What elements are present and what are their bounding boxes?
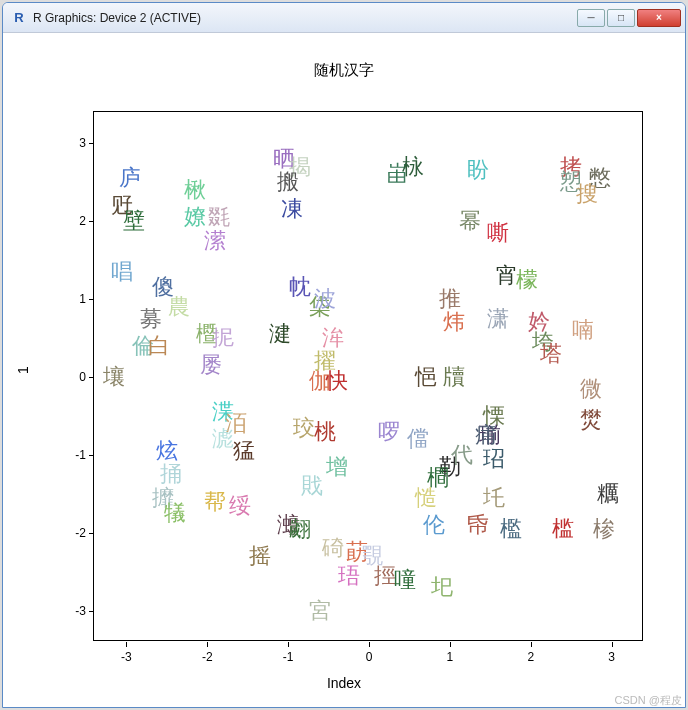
data-point: 凍 <box>281 194 303 224</box>
chart-title: 随机汉字 <box>3 61 685 80</box>
app-icon: R <box>11 10 27 26</box>
watermark: CSDN @程皮 <box>615 693 682 708</box>
data-point: 慥 <box>415 483 437 513</box>
x-tick-label: -3 <box>121 650 132 664</box>
data-point: 猛 <box>233 436 255 466</box>
y-tick-mark <box>89 455 94 456</box>
y-tick-label: 2 <box>56 214 86 228</box>
data-point: 搜 <box>576 179 598 209</box>
titlebar[interactable]: R R Graphics: Device 2 (ACTIVE) ─ □ × <box>3 3 685 33</box>
data-point: 悒 <box>415 362 437 392</box>
y-tick-label: -1 <box>56 448 86 462</box>
plot-box: -3-2-10123-3-2-10123庐觃壁唱傻農募倫白壤炫捅攠犠楸嫽毲潆櫭抳… <box>93 111 643 641</box>
plot-area: 随机汉字 1 Index -3-2-10123-3-2-10123庐觃壁唱傻農募… <box>3 33 685 707</box>
data-point: 代 <box>451 440 473 470</box>
data-point: 楸 <box>184 175 206 205</box>
x-tick-mark <box>369 642 370 647</box>
x-tick-label: 0 <box>366 650 373 664</box>
data-point: 嘶 <box>487 218 509 248</box>
x-tick-mark <box>531 642 532 647</box>
y-tick-label: 1 <box>56 292 86 306</box>
data-point: 伦 <box>423 510 445 540</box>
x-axis-label: Index <box>3 675 685 691</box>
data-point: 翽 <box>289 514 311 544</box>
y-tick-label: 0 <box>56 370 86 384</box>
data-point: 帮 <box>204 487 226 517</box>
data-point: 炜 <box>443 307 465 337</box>
x-tick-mark <box>450 642 451 647</box>
data-point: 啰 <box>378 417 400 447</box>
data-point: 戝 <box>301 471 323 501</box>
data-point: 檬 <box>516 265 538 295</box>
data-point: 募 <box>140 304 162 334</box>
x-tick-label: 2 <box>527 650 534 664</box>
x-tick-label: -1 <box>283 650 294 664</box>
y-tick-mark <box>89 611 94 612</box>
data-point: 嫽 <box>184 202 206 232</box>
data-point: 珸 <box>338 561 360 591</box>
data-point: 挳 <box>374 561 396 591</box>
data-point: 檻 <box>500 514 522 544</box>
data-point: 玿 <box>483 444 505 474</box>
data-point: 搬 <box>277 167 299 197</box>
data-point: 庐 <box>119 163 141 193</box>
data-point: 绥 <box>229 491 251 521</box>
data-point: 噇 <box>394 565 416 595</box>
data-point: 帋 <box>467 510 489 540</box>
data-point: 栐 <box>402 152 424 182</box>
data-point: 增 <box>326 452 348 482</box>
data-point: 滮 <box>212 424 234 454</box>
x-tick-label: 3 <box>608 650 615 664</box>
data-point: 珓 <box>293 413 315 443</box>
y-tick-label: -3 <box>56 604 86 618</box>
data-point: 摇 <box>249 541 271 571</box>
data-point: 盼 <box>467 155 489 185</box>
data-point: 壤 <box>103 362 125 392</box>
close-button[interactable]: × <box>637 9 681 27</box>
data-point: 碕 <box>322 533 344 563</box>
data-point: 抳 <box>212 323 234 353</box>
x-tick-mark <box>207 642 208 647</box>
data-point: 犠 <box>164 498 186 528</box>
data-point: 糲 <box>597 479 619 509</box>
data-point: 白 <box>148 331 170 361</box>
data-point: 農 <box>168 292 190 322</box>
data-point: 幂 <box>459 206 481 236</box>
data-point: 潆 <box>204 226 226 256</box>
data-point: 帎 <box>289 272 311 302</box>
y-tick-mark <box>89 299 94 300</box>
y-tick-mark <box>89 533 94 534</box>
data-point: 微 <box>580 374 602 404</box>
x-tick-mark <box>126 642 127 647</box>
minimize-button[interactable]: ─ <box>577 9 605 27</box>
y-tick-label: -2 <box>56 526 86 540</box>
data-point: 屡 <box>200 350 222 380</box>
y-axis-label: 1 <box>15 366 31 374</box>
window-title: R Graphics: Device 2 (ACTIVE) <box>33 11 575 25</box>
data-point: 牘 <box>443 362 465 392</box>
y-tick-mark <box>89 143 94 144</box>
data-point: 快 <box>326 366 348 396</box>
maximize-button[interactable]: □ <box>607 9 635 27</box>
x-tick-label: -2 <box>202 650 213 664</box>
data-point: 喃 <box>572 315 594 345</box>
x-tick-mark <box>288 642 289 647</box>
data-point: 塔 <box>540 339 562 369</box>
data-point: 燓 <box>580 405 602 435</box>
data-point: 波 <box>314 284 336 314</box>
data-point: 圯 <box>431 572 453 602</box>
y-tick-mark <box>89 377 94 378</box>
data-point: 桃 <box>314 417 336 447</box>
window: R R Graphics: Device 2 (ACTIVE) ─ □ × 随机… <box>2 2 686 708</box>
window-buttons: ─ □ × <box>575 9 681 27</box>
data-point: 槛 <box>552 514 574 544</box>
x-tick-mark <box>612 642 613 647</box>
data-point: 潇 <box>487 304 509 334</box>
y-tick-label: 3 <box>56 136 86 150</box>
x-tick-label: 1 <box>447 650 454 664</box>
data-point: 湕 <box>269 319 291 349</box>
data-point: 儅 <box>407 424 429 454</box>
data-point: 宮 <box>309 596 331 626</box>
data-point: 圫 <box>483 483 505 513</box>
data-point: 宵 <box>496 261 518 291</box>
